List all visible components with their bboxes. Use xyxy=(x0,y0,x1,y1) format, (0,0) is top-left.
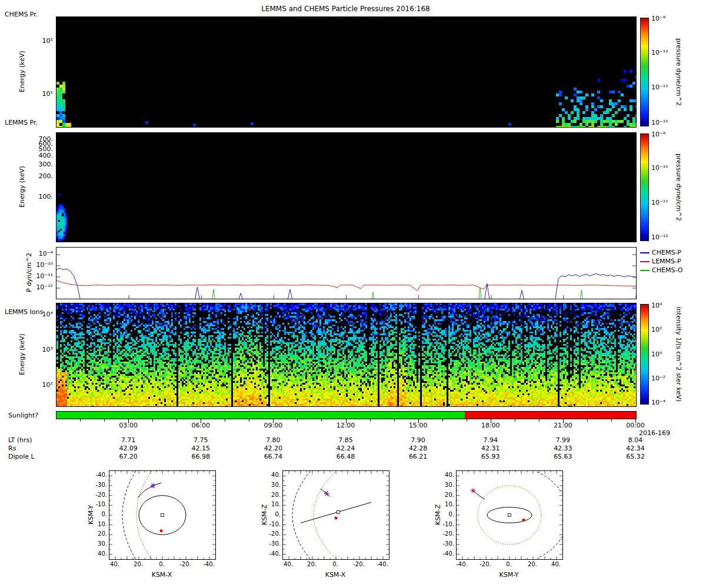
time-tick-mark xyxy=(611,419,612,422)
dipole-value: 66.74 xyxy=(255,453,291,460)
orbit-y-tick-label: -40. xyxy=(439,550,454,557)
lt-value: 7.94 xyxy=(473,436,508,444)
spacecraft-center-dot xyxy=(152,485,154,486)
orbit-y-tick-label: 20. xyxy=(439,492,454,498)
sunlight-segment xyxy=(465,412,636,419)
y-tick-label: 10⁻¹¹ xyxy=(22,272,53,280)
ions-intensity-colorbar xyxy=(640,304,649,405)
orbit-y-tick-label: 0. xyxy=(265,511,281,517)
time-tick-label: 15:00 xyxy=(401,422,436,429)
orbit-y-tick-label: -30. xyxy=(92,482,107,488)
y-tick-label: 10³ xyxy=(22,346,53,353)
position-dot xyxy=(335,517,338,520)
time-tick-label: 03:00 xyxy=(111,422,146,429)
chems-p-line xyxy=(56,268,636,299)
sunlight-segment xyxy=(56,412,465,419)
position-dot xyxy=(160,529,163,532)
pressure-line-panel xyxy=(56,247,637,299)
rs-value: 42.31 xyxy=(473,445,508,452)
orbit-x-tick-label: 40. xyxy=(106,561,124,567)
pressure-line-plot xyxy=(56,248,636,299)
time-tick-label: 12:00 xyxy=(328,422,364,429)
orbit-y-tick-label: 40. xyxy=(92,550,107,557)
time-tick-mark xyxy=(515,419,515,422)
time-tick-label: 06:00 xyxy=(183,422,218,429)
dipole-value: 66.98 xyxy=(183,453,218,460)
orbit-plot-xy xyxy=(109,470,216,560)
time-tick-label: 09:00 xyxy=(255,422,291,429)
ions-spectrogram-panel xyxy=(56,303,637,407)
y-tick-label: 10⁻¹² xyxy=(22,283,53,291)
colorbar-tick-label: 10⁰ xyxy=(651,350,675,358)
orbit-y-tick-label: 30. xyxy=(265,482,281,488)
orbit-x-tick-label: 40. xyxy=(279,561,297,567)
dipole-value: 66.48 xyxy=(328,453,364,460)
rs-row-label: Rs xyxy=(8,445,16,452)
sunlight-bar xyxy=(56,411,637,419)
time-tick-mark xyxy=(442,419,443,422)
time-tick-mark xyxy=(370,419,371,422)
lt-value: 7.85 xyxy=(328,436,364,444)
legend-label: CHEMS-P xyxy=(652,249,681,256)
ions-spectrogram-canvas xyxy=(56,303,636,406)
orbit-x-tick-label: 0. xyxy=(327,561,344,567)
time-tick-mark xyxy=(225,419,225,422)
orbit-yz-xlabel: KSM-Y xyxy=(491,571,527,579)
orbit-y-tick-label: 40. xyxy=(439,472,454,478)
orbit-x-tick-label: 0. xyxy=(153,561,171,567)
orbit-y-tick-label: 40. xyxy=(265,472,281,478)
position-dot xyxy=(522,519,525,522)
orbit-y-tick-label: 10. xyxy=(439,501,454,507)
time-tick-mark xyxy=(297,419,298,422)
y-tick-label: 10⁴ xyxy=(22,310,53,318)
orbit-y-tick-label: -40. xyxy=(92,472,107,478)
orbit-y-tick-label: -10. xyxy=(265,521,281,527)
chems-spectrogram-canvas xyxy=(56,17,636,127)
orbit-y-tick-label: -40. xyxy=(265,550,281,557)
orbit-y-tick-label: 30. xyxy=(439,482,454,488)
rs-value: 42.24 xyxy=(328,445,364,452)
lemms-spectrogram-canvas xyxy=(56,133,636,242)
chems-colorbar-unit-label: pressure dyne/cm^2 xyxy=(674,18,683,126)
rs-value: 42.28 xyxy=(401,445,436,452)
orbit-x-tick-label: 20. xyxy=(524,561,541,567)
colorbar-tick-label: 10⁻¹¹ xyxy=(651,83,675,91)
time-tick-label: 21:00 xyxy=(545,422,581,429)
chems-energy-axis-label: Energy (keV) xyxy=(18,16,26,126)
y-tick-label: 10¹ xyxy=(22,90,53,98)
orbit-line xyxy=(301,502,371,523)
orbit-xy-svg xyxy=(109,471,215,559)
colorbar-tick-label: 10⁻⁴ xyxy=(651,399,675,406)
saturn-marker xyxy=(161,514,164,517)
orbit-y-tick-label: 20. xyxy=(265,492,281,498)
time-tick-label: 00:00 xyxy=(618,422,653,429)
orbit-xy-xlabel: KSM-X xyxy=(144,571,179,579)
orbit-y-tick-label: 0. xyxy=(92,511,107,517)
chems-spectrogram-panel xyxy=(56,16,637,128)
colorbar-tick-label: 10⁻¹⁰ xyxy=(651,164,675,172)
time-tick-mark xyxy=(176,419,177,422)
orbit-y-tick-label: 10. xyxy=(265,501,281,507)
time-tick-mark xyxy=(394,419,395,422)
orbit-y-tick-label: -10. xyxy=(439,521,454,527)
time-tick-mark xyxy=(539,419,540,422)
rs-value: 42.09 xyxy=(111,445,146,452)
colorbar-tick-label: 10⁻⁹ xyxy=(651,131,675,138)
orbit-y-tick-label: 10. xyxy=(92,521,107,527)
orbit-y-tick-label: -20. xyxy=(92,492,107,498)
y-tick-label: 10² xyxy=(22,381,53,389)
orbit-x-tick-label: -20. xyxy=(477,561,494,567)
dipole-row-label: Dipole L xyxy=(8,453,35,460)
legend-swatch xyxy=(640,270,650,271)
bowshock-arc-top xyxy=(537,472,562,494)
saturn-marker xyxy=(337,511,340,514)
lt-value: 7.90 xyxy=(401,436,436,444)
time-tick-mark xyxy=(152,419,153,422)
rs-value: 42.34 xyxy=(618,445,653,452)
saturn-marker xyxy=(508,514,511,517)
rs-value: 42.33 xyxy=(545,445,581,452)
chems-pressure-colorbar xyxy=(640,18,649,126)
y-tick-label: 100. xyxy=(22,193,53,201)
magnetopause-curve xyxy=(314,471,336,559)
dipole-value: 65.63 xyxy=(545,453,581,460)
